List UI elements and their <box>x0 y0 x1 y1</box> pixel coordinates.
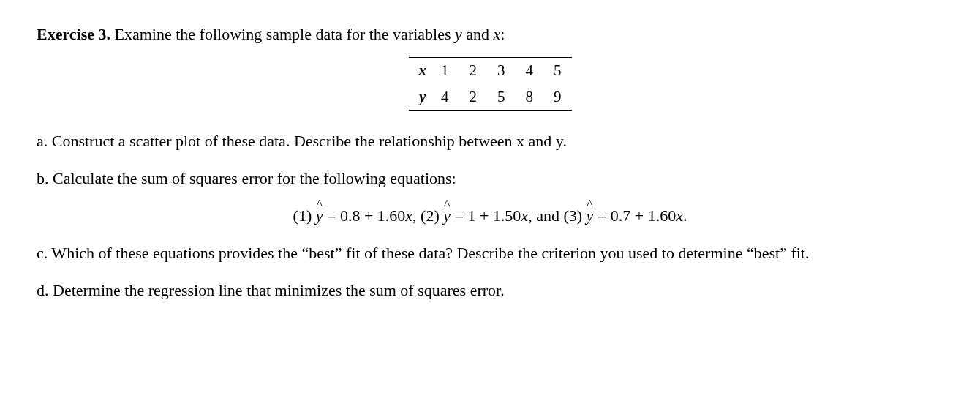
data-table-wrap: x 1 2 3 4 5 y 4 2 5 8 9 <box>37 57 943 111</box>
part-c-text: Which of these equations provides the “b… <box>48 244 809 262</box>
eq-x: x <box>676 206 683 225</box>
table-cell: 4 <box>431 84 459 111</box>
eq1-num: (1) <box>293 206 316 225</box>
part-c: c. Which of these equations provides the… <box>37 241 943 265</box>
eq-period: . <box>683 206 687 225</box>
yhat-symbol: ^y <box>443 203 451 228</box>
colon: : <box>500 25 505 43</box>
table-cell: 5 <box>487 84 516 111</box>
part-b-text: Calculate the sum of squares error for t… <box>49 169 456 187</box>
part-a: a. Construct a scatter plot of these dat… <box>37 129 943 153</box>
exercise-heading: Exercise 3. Examine the following sample… <box>37 22 943 46</box>
yhat-symbol: ^y <box>587 203 594 228</box>
yhat-symbol: ^y <box>316 203 323 228</box>
part-a-label: a. <box>37 132 48 150</box>
table-cell: 5 <box>543 58 572 84</box>
exercise-intro: Examine the following sample data for th… <box>115 25 451 43</box>
table-row: x 1 2 3 4 5 <box>409 58 572 84</box>
data-table: x 1 2 3 4 5 y 4 2 5 8 9 <box>409 57 572 111</box>
row-label-x: x <box>409 58 431 84</box>
eq2-num: , (2) <box>412 206 443 225</box>
eq-x: x <box>405 206 412 225</box>
table-row: y 4 2 5 8 9 <box>409 84 572 111</box>
exercise-label: Exercise 3. <box>37 25 110 43</box>
part-b: b. Calculate the sum of squares error fo… <box>37 166 943 190</box>
part-b-label: b. <box>37 169 49 187</box>
part-c-label: c. <box>37 244 48 262</box>
table-cell: 1 <box>431 58 459 84</box>
eq-x: x <box>521 206 528 225</box>
row-label-y: y <box>409 84 431 111</box>
eq3-num: , and (3) <box>528 206 586 225</box>
eq1-rhs: = 0.8 + 1.60 <box>323 206 406 225</box>
and-word: and <box>466 25 489 43</box>
table-cell: 2 <box>459 84 488 111</box>
table-cell: 2 <box>459 58 488 84</box>
part-d: d. Determine the regression line that mi… <box>37 278 943 302</box>
part-d-text: Determine the regression line that minim… <box>49 281 505 299</box>
table-cell: 9 <box>543 84 572 111</box>
part-a-text: Construct a scatter plot of these data. … <box>48 132 567 150</box>
eq3-rhs: = 0.7 + 1.60 <box>593 206 676 225</box>
part-d-label: d. <box>37 281 49 299</box>
var-x: x <box>494 25 501 43</box>
eq2-rhs: = 1 + 1.50 <box>451 206 521 225</box>
table-cell: 3 <box>487 58 516 84</box>
equations-line: (1) ^y = 0.8 + 1.60x, (2) ^y = 1 + 1.50x… <box>37 203 943 228</box>
table-cell: 4 <box>516 58 544 84</box>
var-y: y <box>455 25 462 43</box>
table-cell: 8 <box>516 84 544 111</box>
